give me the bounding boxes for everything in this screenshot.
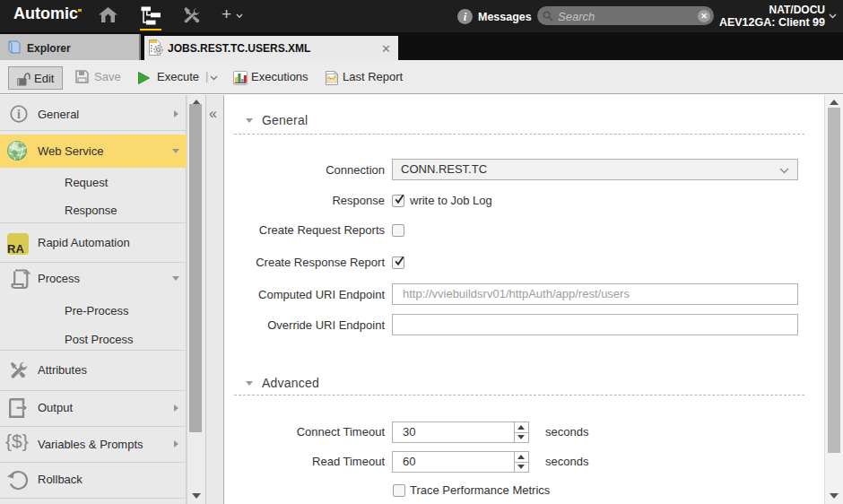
svg-text:i: i: [17, 108, 21, 121]
